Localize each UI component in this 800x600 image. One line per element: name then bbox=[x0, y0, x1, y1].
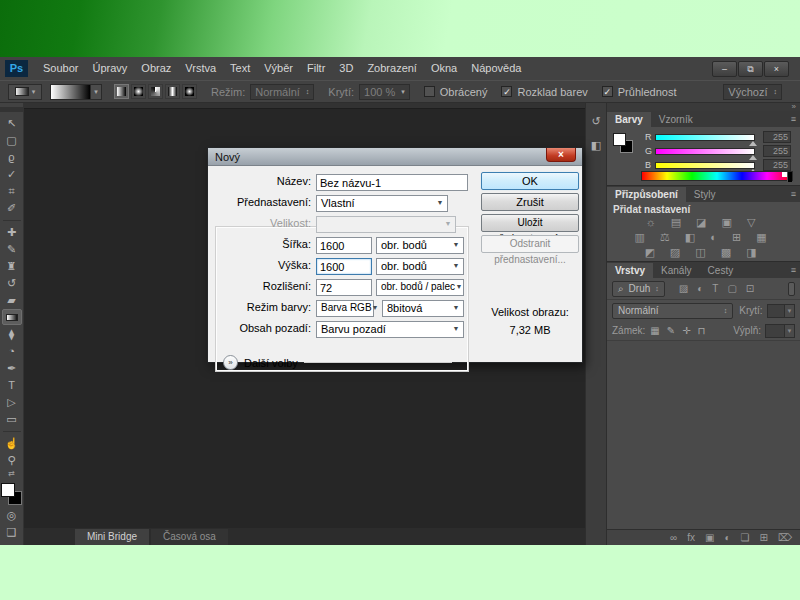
green-value[interactable]: 255 bbox=[763, 145, 791, 157]
background-contents-select[interactable]: Barvu pozadí ▼ bbox=[316, 321, 464, 338]
adjustment-layer-icon[interactable]: ◐ bbox=[724, 530, 730, 546]
tab-prizpusobeni[interactable]: Přizpůsobení bbox=[607, 187, 686, 202]
menu-obraz[interactable]: Obraz bbox=[134, 57, 178, 80]
width-input[interactable]: 1600 bbox=[316, 237, 372, 254]
tab-mini-bridge[interactable]: Mini Bridge bbox=[75, 529, 149, 545]
save-preset-button[interactable]: Uložit přednastavení... bbox=[481, 214, 579, 232]
reflected-gradient-button[interactable] bbox=[165, 84, 180, 99]
dock-collapse-bar[interactable]: » bbox=[607, 103, 800, 111]
tab-styly[interactable]: Styly bbox=[686, 187, 724, 202]
hand-tool[interactable]: ☝ bbox=[2, 435, 22, 451]
black-swatch[interactable] bbox=[787, 172, 792, 182]
dither-checkbox[interactable]: ✓ Rozklad barev bbox=[501, 86, 587, 98]
lasso-tool[interactable]: ϱ bbox=[2, 149, 22, 165]
move-tool[interactable]: ↖ bbox=[2, 115, 22, 131]
cancel-button[interactable]: Zrušit bbox=[481, 193, 579, 211]
quick-selection-tool[interactable]: ✓ bbox=[2, 166, 22, 182]
layer-opacity-input[interactable]: ▼ bbox=[767, 304, 795, 318]
layer-group-icon[interactable]: ❏ bbox=[741, 530, 750, 546]
tab-cesty[interactable]: Cesty bbox=[700, 263, 742, 278]
tab-vrstvy[interactable]: Vrstvy bbox=[607, 263, 653, 278]
properties-panel-icon[interactable]: ◧ bbox=[588, 137, 605, 153]
lock-paint-icon[interactable]: ✎ bbox=[667, 325, 675, 336]
radial-gradient-button[interactable] bbox=[131, 84, 146, 99]
history-panel-icon[interactable]: ↺ bbox=[588, 113, 605, 129]
dialog-close-button[interactable]: × bbox=[546, 148, 576, 162]
swap-colors-icon[interactable]: ⇄ bbox=[8, 469, 15, 479]
height-unit-select[interactable]: obr. bodů ▼ bbox=[376, 258, 464, 275]
expand-chevrons-icon[interactable]: » bbox=[223, 355, 238, 370]
menu-vrstva[interactable]: Vrstva bbox=[178, 57, 223, 80]
eraser-tool[interactable]: ▰ bbox=[2, 292, 22, 308]
filter-type-layers-icon[interactable]: T bbox=[712, 283, 718, 294]
height-input[interactable]: 1600 bbox=[316, 258, 372, 275]
transparency-checkbox[interactable]: ✓ Průhlednost bbox=[602, 86, 677, 98]
gradient-tool[interactable] bbox=[2, 309, 22, 325]
quick-mask-button[interactable]: ◎ bbox=[2, 507, 22, 523]
red-slider[interactable] bbox=[655, 134, 755, 141]
tab-timeline[interactable]: Časová osa bbox=[151, 529, 228, 545]
bit-depth-select[interactable]: 8bitová ▼ bbox=[382, 300, 464, 317]
link-layers-icon[interactable]: ∞ bbox=[670, 530, 677, 546]
resolution-input[interactable]: 72 bbox=[316, 279, 372, 296]
panel-menu-icon[interactable]: ≡ bbox=[791, 265, 796, 275]
gradient-editor-preview[interactable]: ▾ bbox=[50, 84, 102, 100]
angle-gradient-button[interactable] bbox=[148, 84, 163, 99]
resolution-unit-select[interactable]: obr. bodů / palec ▼ bbox=[376, 279, 464, 296]
history-brush-tool[interactable]: ↺ bbox=[2, 275, 22, 291]
blue-value[interactable]: 255 bbox=[763, 159, 791, 171]
delete-layer-icon[interactable]: ⌦ bbox=[778, 530, 792, 546]
blend-mode-select[interactable]: Normální ↕ bbox=[250, 84, 314, 100]
menu-text[interactable]: Text bbox=[223, 57, 257, 80]
eyedropper-tool[interactable]: ✐ bbox=[2, 200, 22, 216]
screen-mode-button[interactable]: ❑ bbox=[2, 524, 22, 540]
clone-stamp-tool[interactable]: ♜ bbox=[2, 258, 22, 274]
layer-mask-icon[interactable]: ▣ bbox=[705, 530, 714, 546]
menu-napoveda[interactable]: Nápověda bbox=[464, 57, 528, 80]
tab-barvy[interactable]: Barvy bbox=[607, 112, 651, 127]
tab-vzornik[interactable]: Vzorník bbox=[651, 112, 701, 127]
layer-fill-input[interactable]: ▼ bbox=[765, 324, 795, 338]
menu-3d[interactable]: 3D bbox=[332, 57, 360, 80]
path-selection-tool[interactable]: ▷ bbox=[2, 394, 22, 410]
minimize-button[interactable]: – bbox=[712, 61, 737, 77]
close-button[interactable]: × bbox=[764, 61, 789, 77]
menu-soubor[interactable]: Soubor bbox=[36, 57, 85, 80]
lock-all-icon[interactable]: ⊓ bbox=[698, 325, 706, 336]
tool-preset-picker[interactable]: ▾ bbox=[8, 84, 42, 100]
lock-move-icon[interactable]: ✛ bbox=[682, 325, 690, 336]
red-value[interactable]: 255 bbox=[763, 131, 791, 143]
filter-smart-objects-icon[interactable]: ⊡ bbox=[746, 283, 754, 294]
adjustment-icons-row3[interactable]: ◩ ▨ ◫ ▩ ◨ bbox=[607, 245, 800, 260]
toolbar-grip[interactable] bbox=[0, 107, 24, 112]
type-tool[interactable]: T bbox=[2, 377, 22, 393]
rectangle-tool[interactable]: ▭ bbox=[2, 411, 22, 427]
adjustment-icons-row2[interactable]: ▥ ⚖ ◧ ◐ ⊞ ▦ bbox=[607, 230, 800, 245]
blue-slider[interactable] bbox=[655, 162, 755, 169]
reverse-checkbox[interactable]: Obrácený bbox=[424, 86, 488, 98]
layer-blend-mode-select[interactable]: Normální ↕ bbox=[612, 303, 733, 319]
healing-brush-tool[interactable]: ✚ bbox=[2, 224, 22, 240]
dodge-tool[interactable]: ◔ bbox=[2, 343, 22, 359]
menu-okna[interactable]: Okna bbox=[424, 57, 464, 80]
opacity-input[interactable]: 100 % ▾ bbox=[359, 84, 410, 100]
pen-tool[interactable]: ✒ bbox=[2, 360, 22, 376]
brush-tool[interactable]: ✎ bbox=[2, 241, 22, 257]
blur-tool[interactable]: ⧫ bbox=[2, 326, 22, 342]
filter-adjustment-layers-icon[interactable]: ◐ bbox=[697, 283, 703, 294]
tab-kanaly[interactable]: Kanály bbox=[653, 263, 700, 278]
layer-effects-icon[interactable]: fx bbox=[687, 530, 695, 546]
menu-upravy[interactable]: Úpravy bbox=[85, 57, 134, 80]
dialog-titlebar[interactable]: Nový × bbox=[208, 148, 582, 166]
foreground-color-swatch[interactable] bbox=[613, 133, 626, 146]
adjustment-icons-row1[interactable]: ☼ ▤ ◪ ▣ ▽ bbox=[607, 215, 800, 230]
foreground-color-swatch[interactable] bbox=[1, 483, 15, 497]
menu-filtr[interactable]: Filtr bbox=[300, 57, 332, 80]
name-input[interactable]: Bez názvu-1 bbox=[316, 174, 468, 191]
restore-button[interactable]: ⧉ bbox=[738, 61, 763, 77]
new-layer-icon[interactable]: ⊞ bbox=[759, 530, 767, 546]
layer-filter-select[interactable]: ⌕ Druh ↕ bbox=[612, 281, 665, 297]
linear-gradient-button[interactable] bbox=[114, 84, 129, 99]
diamond-gradient-button[interactable] bbox=[182, 84, 197, 99]
marquee-tool[interactable]: ▢ bbox=[2, 132, 22, 148]
